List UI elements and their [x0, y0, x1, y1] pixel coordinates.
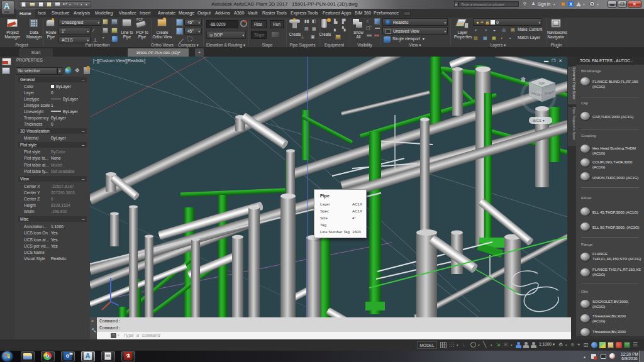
svg-text:TOP: TOP [538, 81, 545, 85]
svg-text:WCS ▾: WCS ▾ [533, 119, 545, 123]
